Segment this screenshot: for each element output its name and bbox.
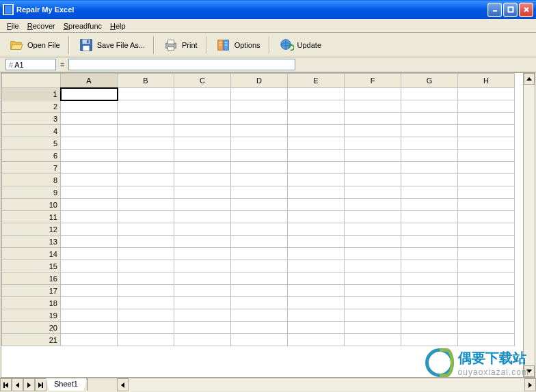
cell-B3[interactable] bbox=[118, 113, 174, 125]
formula-input[interactable] bbox=[68, 59, 295, 70]
select-all-corner[interactable] bbox=[2, 74, 61, 88]
cell-E10[interactable] bbox=[288, 199, 345, 211]
cell-H11[interactable] bbox=[458, 211, 515, 223]
cell-G18[interactable] bbox=[401, 297, 458, 309]
cell-C20[interactable] bbox=[174, 322, 231, 334]
cell-F14[interactable] bbox=[345, 248, 401, 260]
cell-G2[interactable] bbox=[401, 100, 458, 113]
cell-A17[interactable] bbox=[61, 285, 118, 297]
row-header-3[interactable]: 3 bbox=[2, 113, 61, 125]
cell-H19[interactable] bbox=[458, 309, 515, 322]
col-header-B[interactable]: B bbox=[118, 74, 174, 88]
cell-E11[interactable] bbox=[288, 211, 345, 223]
cell-H3[interactable] bbox=[458, 113, 515, 125]
cell-E1[interactable] bbox=[288, 88, 345, 100]
row-header-12[interactable]: 12 bbox=[2, 223, 61, 236]
cell-E15[interactable] bbox=[288, 260, 345, 272]
scroll-track[interactable] bbox=[524, 85, 535, 365]
row-header-17[interactable]: 17 bbox=[2, 285, 61, 297]
cell-D19[interactable] bbox=[231, 309, 288, 322]
cell-C6[interactable] bbox=[174, 150, 231, 162]
cell-D17[interactable] bbox=[231, 285, 288, 297]
cell-H6[interactable] bbox=[458, 150, 515, 162]
tab-prev-button[interactable] bbox=[12, 378, 23, 391]
cell-F21[interactable] bbox=[345, 334, 401, 346]
cell-B1[interactable] bbox=[118, 88, 174, 100]
cell-F3[interactable] bbox=[345, 113, 401, 125]
cell-E4[interactable] bbox=[288, 125, 345, 137]
cell-H1[interactable] bbox=[458, 88, 515, 100]
cell-D13[interactable] bbox=[231, 236, 288, 248]
print-button[interactable]: Print bbox=[159, 36, 202, 55]
cell-G4[interactable] bbox=[401, 125, 458, 137]
cell-D16[interactable] bbox=[231, 272, 288, 285]
cell-E14[interactable] bbox=[288, 248, 345, 260]
row-header-14[interactable]: 14 bbox=[2, 248, 61, 260]
cell-A14[interactable] bbox=[61, 248, 118, 260]
cell-B6[interactable] bbox=[118, 150, 174, 162]
cell-F4[interactable] bbox=[345, 125, 401, 137]
cell-G1[interactable] bbox=[401, 88, 458, 100]
cell-A19[interactable] bbox=[61, 309, 118, 322]
cell-E5[interactable] bbox=[288, 137, 345, 150]
cell-B5[interactable] bbox=[118, 137, 174, 150]
row-header-19[interactable]: 19 bbox=[2, 309, 61, 322]
cell-E3[interactable] bbox=[288, 113, 345, 125]
row-header-10[interactable]: 10 bbox=[2, 199, 61, 211]
cell-C18[interactable] bbox=[174, 297, 231, 309]
cell-D1[interactable] bbox=[231, 88, 288, 100]
hscroll-track[interactable] bbox=[129, 378, 524, 391]
cell-G19[interactable] bbox=[401, 309, 458, 322]
cell-D9[interactable] bbox=[231, 186, 288, 199]
cell-H21[interactable] bbox=[458, 334, 515, 346]
cell-C16[interactable] bbox=[174, 272, 231, 285]
row-header-20[interactable]: 20 bbox=[2, 322, 61, 334]
col-header-E[interactable]: E bbox=[288, 74, 345, 88]
cell-A10[interactable] bbox=[61, 199, 118, 211]
cell-B8[interactable] bbox=[118, 174, 174, 186]
cell-D10[interactable] bbox=[231, 199, 288, 211]
cell-A5[interactable] bbox=[61, 137, 118, 150]
cell-E6[interactable] bbox=[288, 150, 345, 162]
cell-A16[interactable] bbox=[61, 272, 118, 285]
cell-E21[interactable] bbox=[288, 334, 345, 346]
cell-D8[interactable] bbox=[231, 174, 288, 186]
cell-B10[interactable] bbox=[118, 199, 174, 211]
cell-C17[interactable] bbox=[174, 285, 231, 297]
tab-next-button[interactable] bbox=[23, 378, 35, 391]
menu-file[interactable]: File bbox=[3, 20, 23, 31]
tab-last-button[interactable] bbox=[35, 378, 46, 391]
row-header-15[interactable]: 15 bbox=[2, 260, 61, 272]
cell-F8[interactable] bbox=[345, 174, 401, 186]
cell-H17[interactable] bbox=[458, 285, 515, 297]
cell-E17[interactable] bbox=[288, 285, 345, 297]
cell-B15[interactable] bbox=[118, 260, 174, 272]
close-button[interactable] bbox=[519, 3, 533, 17]
col-header-D[interactable]: D bbox=[231, 74, 288, 88]
cell-C10[interactable] bbox=[174, 199, 231, 211]
cell-G16[interactable] bbox=[401, 272, 458, 285]
cell-G5[interactable] bbox=[401, 137, 458, 150]
cell-H14[interactable] bbox=[458, 248, 515, 260]
row-header-18[interactable]: 18 bbox=[2, 297, 61, 309]
cell-B12[interactable] bbox=[118, 223, 174, 236]
cell-C5[interactable] bbox=[174, 137, 231, 150]
cell-D12[interactable] bbox=[231, 223, 288, 236]
cell-F9[interactable] bbox=[345, 186, 401, 199]
cell-F12[interactable] bbox=[345, 223, 401, 236]
cell-G11[interactable] bbox=[401, 211, 458, 223]
cell-C9[interactable] bbox=[174, 186, 231, 199]
cell-F10[interactable] bbox=[345, 199, 401, 211]
cell-C1[interactable] bbox=[174, 88, 231, 100]
cell-A12[interactable] bbox=[61, 223, 118, 236]
cell-A21[interactable] bbox=[61, 334, 118, 346]
cell-F18[interactable] bbox=[345, 297, 401, 309]
cell-G3[interactable] bbox=[401, 113, 458, 125]
cell-B4[interactable] bbox=[118, 125, 174, 137]
cell-D6[interactable] bbox=[231, 150, 288, 162]
cell-F16[interactable] bbox=[345, 272, 401, 285]
cell-G9[interactable] bbox=[401, 186, 458, 199]
row-header-5[interactable]: 5 bbox=[2, 137, 61, 150]
update-button[interactable]: Update bbox=[274, 36, 325, 55]
cell-D4[interactable] bbox=[231, 125, 288, 137]
